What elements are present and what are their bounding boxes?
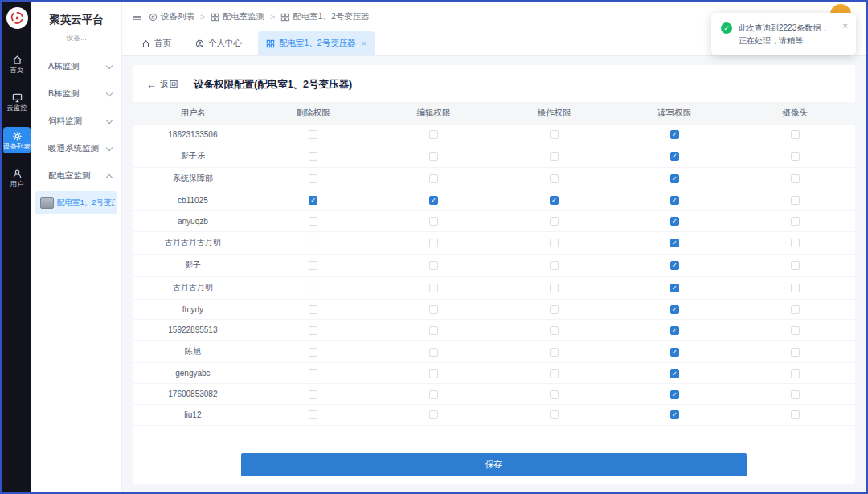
readwrite-permission-checkbox[interactable] bbox=[670, 305, 679, 314]
operate-permission-checkbox[interactable] bbox=[550, 369, 559, 378]
readwrite-permission-checkbox[interactable] bbox=[670, 390, 679, 399]
readwrite-permission-checkbox[interactable] bbox=[670, 152, 679, 161]
delete-permission-checkbox[interactable] bbox=[309, 261, 317, 270]
edit-permission-checkbox[interactable] bbox=[429, 217, 438, 226]
delete-permission-checkbox[interactable] bbox=[309, 239, 317, 247]
delete-permission-checkbox[interactable] bbox=[309, 284, 317, 292]
toast-close-icon[interactable]: × bbox=[843, 22, 848, 47]
permission-cell bbox=[374, 255, 494, 276]
camera-permission-checkbox[interactable] bbox=[791, 410, 800, 419]
sidebar-item-feed-monitor[interactable]: 饲料监测 bbox=[31, 108, 121, 135]
camera-permission-checkbox[interactable] bbox=[791, 326, 800, 335]
sidebar-item-hvac-monitor[interactable]: 暖通系统监测 bbox=[31, 135, 121, 162]
tab-personal-center[interactable]: 个人中心 bbox=[187, 31, 250, 55]
rail-item-user[interactable]: 用户 bbox=[3, 165, 31, 191]
delete-permission-checkbox[interactable] bbox=[309, 410, 317, 419]
breadcrumb-label: 配电室1、2号变压器 bbox=[293, 11, 370, 22]
operate-permission-checkbox[interactable] bbox=[550, 326, 559, 335]
edit-permission-checkbox[interactable] bbox=[429, 239, 438, 247]
edit-permission-checkbox[interactable] bbox=[429, 196, 438, 205]
permission-cell bbox=[735, 341, 855, 361]
camera-permission-checkbox[interactable] bbox=[791, 239, 800, 247]
edit-permission-checkbox[interactable] bbox=[429, 305, 438, 314]
edit-permission-checkbox[interactable] bbox=[429, 130, 438, 139]
operate-permission-checkbox[interactable] bbox=[550, 217, 559, 226]
back-button[interactable]: ← 返回 bbox=[146, 79, 178, 91]
rail-item-home[interactable]: 首页 bbox=[3, 51, 31, 77]
readwrite-permission-checkbox[interactable] bbox=[670, 217, 679, 226]
delete-permission-checkbox[interactable] bbox=[309, 196, 317, 205]
table-row: anyuqzb bbox=[133, 211, 855, 232]
readwrite-permission-checkbox[interactable] bbox=[670, 326, 679, 335]
edit-permission-checkbox[interactable] bbox=[429, 369, 438, 378]
camera-permission-checkbox[interactable] bbox=[791, 217, 800, 226]
operate-permission-checkbox[interactable] bbox=[550, 390, 559, 399]
operate-permission-checkbox[interactable] bbox=[550, 284, 559, 292]
collapse-sidebar-icon[interactable] bbox=[133, 14, 141, 20]
sidebar-device-transformer[interactable]: 配电室1、2号变压 bbox=[35, 191, 117, 214]
camera-permission-checkbox[interactable] bbox=[791, 152, 800, 161]
edit-permission-checkbox[interactable] bbox=[429, 284, 438, 292]
save-button[interactable]: 保存 bbox=[241, 453, 747, 476]
camera-permission-checkbox[interactable] bbox=[791, 130, 800, 139]
camera-permission-checkbox[interactable] bbox=[791, 174, 800, 183]
delete-permission-checkbox[interactable] bbox=[309, 369, 317, 378]
edit-permission-checkbox[interactable] bbox=[429, 390, 438, 399]
camera-permission-checkbox[interactable] bbox=[791, 390, 800, 399]
back-label: 返回 bbox=[160, 79, 178, 91]
delete-permission-checkbox[interactable] bbox=[309, 390, 317, 399]
delete-permission-checkbox[interactable] bbox=[309, 326, 317, 335]
edit-permission-checkbox[interactable] bbox=[429, 261, 438, 270]
delete-permission-checkbox[interactable] bbox=[309, 217, 317, 226]
breadcrumb-power-room[interactable]: 配电室监测 bbox=[211, 11, 265, 22]
edit-permission-checkbox[interactable] bbox=[429, 348, 438, 357]
camera-permission-checkbox[interactable] bbox=[791, 348, 800, 357]
operate-permission-checkbox[interactable] bbox=[550, 305, 559, 314]
camera-permission-checkbox[interactable] bbox=[791, 369, 800, 378]
operate-permission-checkbox[interactable] bbox=[550, 152, 559, 161]
sidebar-item-power-room-monitor[interactable]: 配电室监测 bbox=[31, 162, 121, 190]
readwrite-permission-checkbox[interactable] bbox=[670, 130, 679, 139]
operate-permission-checkbox[interactable] bbox=[550, 261, 559, 270]
readwrite-permission-checkbox[interactable] bbox=[670, 348, 679, 357]
permission-cell bbox=[614, 125, 735, 145]
operate-permission-checkbox[interactable] bbox=[550, 196, 559, 205]
tab-transformer[interactable]: 配电室1、2号变压器 × bbox=[258, 31, 375, 55]
sidebar-item-a-building[interactable]: A栋监测 bbox=[31, 53, 121, 80]
edit-permission-checkbox[interactable] bbox=[429, 152, 438, 161]
readwrite-permission-checkbox[interactable] bbox=[670, 410, 679, 419]
readwrite-permission-checkbox[interactable] bbox=[670, 174, 679, 183]
operate-permission-checkbox[interactable] bbox=[550, 348, 559, 357]
operate-permission-checkbox[interactable] bbox=[550, 130, 559, 139]
camera-permission-checkbox[interactable] bbox=[791, 305, 800, 314]
app-logo[interactable] bbox=[6, 7, 28, 29]
readwrite-permission-checkbox[interactable] bbox=[670, 196, 679, 205]
readwrite-permission-checkbox[interactable] bbox=[670, 261, 679, 270]
breadcrumb-device-list[interactable]: 设备列表 bbox=[149, 11, 194, 22]
camera-permission-checkbox[interactable] bbox=[791, 196, 800, 205]
operate-permission-checkbox[interactable] bbox=[550, 174, 559, 183]
operate-permission-checkbox[interactable] bbox=[550, 410, 559, 419]
permission-cell bbox=[493, 255, 614, 276]
readwrite-permission-checkbox[interactable] bbox=[670, 239, 679, 247]
readwrite-permission-checkbox[interactable] bbox=[670, 369, 679, 378]
delete-permission-checkbox[interactable] bbox=[309, 348, 317, 357]
camera-permission-checkbox[interactable] bbox=[791, 261, 800, 270]
readwrite-permission-checkbox[interactable] bbox=[670, 284, 679, 292]
delete-permission-checkbox[interactable] bbox=[309, 152, 317, 161]
delete-permission-checkbox[interactable] bbox=[309, 174, 317, 183]
edit-permission-checkbox[interactable] bbox=[429, 410, 438, 419]
permission-cell bbox=[735, 278, 855, 298]
operate-permission-checkbox[interactable] bbox=[550, 239, 559, 247]
delete-permission-checkbox[interactable] bbox=[309, 305, 317, 314]
tab-home[interactable]: 首页 bbox=[133, 31, 179, 55]
delete-permission-checkbox[interactable] bbox=[309, 130, 317, 139]
breadcrumb-transformer[interactable]: 配电室1、2号变压器 bbox=[280, 11, 370, 22]
edit-permission-checkbox[interactable] bbox=[429, 326, 438, 335]
rail-item-device-list[interactable]: 设备列表 bbox=[3, 127, 31, 153]
camera-permission-checkbox[interactable] bbox=[791, 284, 800, 292]
tab-close-icon[interactable]: × bbox=[362, 39, 366, 48]
sidebar-item-b-building[interactable]: B栋监测 bbox=[31, 80, 121, 108]
edit-permission-checkbox[interactable] bbox=[429, 174, 438, 183]
rail-item-cloud-monitor[interactable]: 云监控 bbox=[3, 88, 31, 115]
